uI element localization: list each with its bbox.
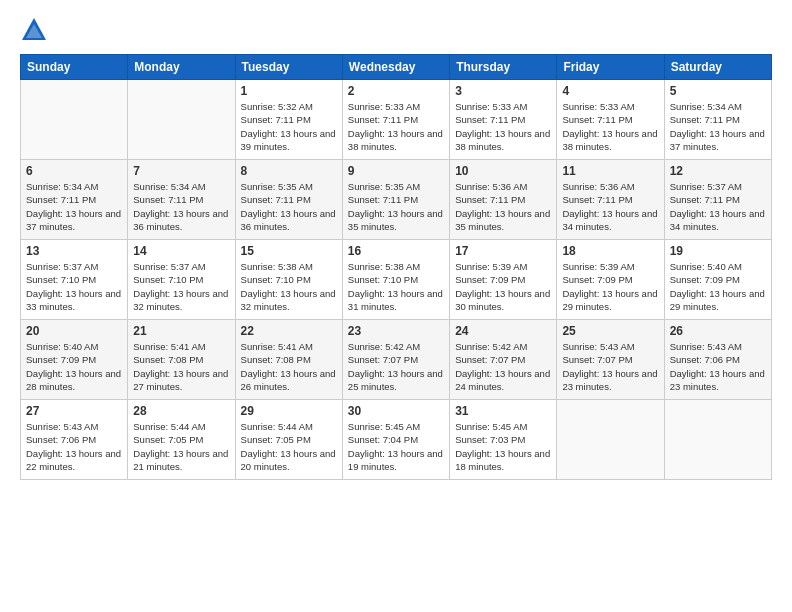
day-number: 2 — [348, 84, 444, 98]
calendar-day-25: 25Sunrise: 5:43 AM Sunset: 7:07 PM Dayli… — [557, 320, 664, 400]
day-info: Sunrise: 5:44 AM Sunset: 7:05 PM Dayligh… — [241, 420, 337, 473]
day-number: 15 — [241, 244, 337, 258]
day-info: Sunrise: 5:35 AM Sunset: 7:11 PM Dayligh… — [348, 180, 444, 233]
day-number: 4 — [562, 84, 658, 98]
calendar-day-21: 21Sunrise: 5:41 AM Sunset: 7:08 PM Dayli… — [128, 320, 235, 400]
weekday-header-wednesday: Wednesday — [342, 55, 449, 80]
day-number: 17 — [455, 244, 551, 258]
day-info: Sunrise: 5:34 AM Sunset: 7:11 PM Dayligh… — [26, 180, 122, 233]
calendar-day-18: 18Sunrise: 5:39 AM Sunset: 7:09 PM Dayli… — [557, 240, 664, 320]
day-info: Sunrise: 5:38 AM Sunset: 7:10 PM Dayligh… — [348, 260, 444, 313]
calendar-week-4: 20Sunrise: 5:40 AM Sunset: 7:09 PM Dayli… — [21, 320, 772, 400]
day-info: Sunrise: 5:37 AM Sunset: 7:11 PM Dayligh… — [670, 180, 766, 233]
calendar-day-4: 4Sunrise: 5:33 AM Sunset: 7:11 PM Daylig… — [557, 80, 664, 160]
page-header — [20, 16, 772, 44]
day-number: 20 — [26, 324, 122, 338]
calendar-day-30: 30Sunrise: 5:45 AM Sunset: 7:04 PM Dayli… — [342, 400, 449, 480]
day-info: Sunrise: 5:39 AM Sunset: 7:09 PM Dayligh… — [562, 260, 658, 313]
day-number: 3 — [455, 84, 551, 98]
calendar-day-29: 29Sunrise: 5:44 AM Sunset: 7:05 PM Dayli… — [235, 400, 342, 480]
day-number: 10 — [455, 164, 551, 178]
calendar-day-27: 27Sunrise: 5:43 AM Sunset: 7:06 PM Dayli… — [21, 400, 128, 480]
day-number: 6 — [26, 164, 122, 178]
calendar-day-15: 15Sunrise: 5:38 AM Sunset: 7:10 PM Dayli… — [235, 240, 342, 320]
day-number: 9 — [348, 164, 444, 178]
calendar-day-24: 24Sunrise: 5:42 AM Sunset: 7:07 PM Dayli… — [450, 320, 557, 400]
day-number: 8 — [241, 164, 337, 178]
calendar-day-22: 22Sunrise: 5:41 AM Sunset: 7:08 PM Dayli… — [235, 320, 342, 400]
day-number: 21 — [133, 324, 229, 338]
calendar-day-13: 13Sunrise: 5:37 AM Sunset: 7:10 PM Dayli… — [21, 240, 128, 320]
day-info: Sunrise: 5:33 AM Sunset: 7:11 PM Dayligh… — [562, 100, 658, 153]
day-info: Sunrise: 5:40 AM Sunset: 7:09 PM Dayligh… — [670, 260, 766, 313]
logo-icon — [20, 16, 48, 44]
calendar-day-28: 28Sunrise: 5:44 AM Sunset: 7:05 PM Dayli… — [128, 400, 235, 480]
day-number: 14 — [133, 244, 229, 258]
empty-cell — [664, 400, 771, 480]
day-number: 16 — [348, 244, 444, 258]
calendar-day-14: 14Sunrise: 5:37 AM Sunset: 7:10 PM Dayli… — [128, 240, 235, 320]
calendar-week-1: 1Sunrise: 5:32 AM Sunset: 7:11 PM Daylig… — [21, 80, 772, 160]
day-number: 30 — [348, 404, 444, 418]
day-number: 18 — [562, 244, 658, 258]
day-number: 22 — [241, 324, 337, 338]
day-info: Sunrise: 5:35 AM Sunset: 7:11 PM Dayligh… — [241, 180, 337, 233]
day-number: 19 — [670, 244, 766, 258]
day-info: Sunrise: 5:32 AM Sunset: 7:11 PM Dayligh… — [241, 100, 337, 153]
day-info: Sunrise: 5:37 AM Sunset: 7:10 PM Dayligh… — [133, 260, 229, 313]
empty-cell — [21, 80, 128, 160]
weekday-header-row: SundayMondayTuesdayWednesdayThursdayFrid… — [21, 55, 772, 80]
day-info: Sunrise: 5:36 AM Sunset: 7:11 PM Dayligh… — [455, 180, 551, 233]
day-number: 28 — [133, 404, 229, 418]
calendar-day-17: 17Sunrise: 5:39 AM Sunset: 7:09 PM Dayli… — [450, 240, 557, 320]
calendar-day-6: 6Sunrise: 5:34 AM Sunset: 7:11 PM Daylig… — [21, 160, 128, 240]
day-number: 5 — [670, 84, 766, 98]
day-number: 11 — [562, 164, 658, 178]
weekday-header-monday: Monday — [128, 55, 235, 80]
calendar-week-5: 27Sunrise: 5:43 AM Sunset: 7:06 PM Dayli… — [21, 400, 772, 480]
calendar-day-16: 16Sunrise: 5:38 AM Sunset: 7:10 PM Dayli… — [342, 240, 449, 320]
day-number: 24 — [455, 324, 551, 338]
calendar-day-2: 2Sunrise: 5:33 AM Sunset: 7:11 PM Daylig… — [342, 80, 449, 160]
weekday-header-tuesday: Tuesday — [235, 55, 342, 80]
empty-cell — [128, 80, 235, 160]
calendar-day-10: 10Sunrise: 5:36 AM Sunset: 7:11 PM Dayli… — [450, 160, 557, 240]
day-info: Sunrise: 5:45 AM Sunset: 7:03 PM Dayligh… — [455, 420, 551, 473]
calendar-day-3: 3Sunrise: 5:33 AM Sunset: 7:11 PM Daylig… — [450, 80, 557, 160]
day-info: Sunrise: 5:42 AM Sunset: 7:07 PM Dayligh… — [348, 340, 444, 393]
day-info: Sunrise: 5:39 AM Sunset: 7:09 PM Dayligh… — [455, 260, 551, 313]
calendar-day-11: 11Sunrise: 5:36 AM Sunset: 7:11 PM Dayli… — [557, 160, 664, 240]
day-number: 1 — [241, 84, 337, 98]
calendar-day-1: 1Sunrise: 5:32 AM Sunset: 7:11 PM Daylig… — [235, 80, 342, 160]
day-number: 25 — [562, 324, 658, 338]
day-number: 23 — [348, 324, 444, 338]
day-number: 27 — [26, 404, 122, 418]
calendar-day-9: 9Sunrise: 5:35 AM Sunset: 7:11 PM Daylig… — [342, 160, 449, 240]
day-info: Sunrise: 5:34 AM Sunset: 7:11 PM Dayligh… — [670, 100, 766, 153]
calendar-day-31: 31Sunrise: 5:45 AM Sunset: 7:03 PM Dayli… — [450, 400, 557, 480]
day-number: 26 — [670, 324, 766, 338]
day-number: 13 — [26, 244, 122, 258]
day-info: Sunrise: 5:33 AM Sunset: 7:11 PM Dayligh… — [348, 100, 444, 153]
day-info: Sunrise: 5:43 AM Sunset: 7:06 PM Dayligh… — [26, 420, 122, 473]
day-info: Sunrise: 5:34 AM Sunset: 7:11 PM Dayligh… — [133, 180, 229, 233]
day-info: Sunrise: 5:43 AM Sunset: 7:07 PM Dayligh… — [562, 340, 658, 393]
day-info: Sunrise: 5:44 AM Sunset: 7:05 PM Dayligh… — [133, 420, 229, 473]
calendar-table: SundayMondayTuesdayWednesdayThursdayFrid… — [20, 54, 772, 480]
weekday-header-saturday: Saturday — [664, 55, 771, 80]
weekday-header-thursday: Thursday — [450, 55, 557, 80]
empty-cell — [557, 400, 664, 480]
calendar-day-26: 26Sunrise: 5:43 AM Sunset: 7:06 PM Dayli… — [664, 320, 771, 400]
calendar-day-12: 12Sunrise: 5:37 AM Sunset: 7:11 PM Dayli… — [664, 160, 771, 240]
logo — [20, 16, 52, 44]
calendar-day-5: 5Sunrise: 5:34 AM Sunset: 7:11 PM Daylig… — [664, 80, 771, 160]
day-info: Sunrise: 5:43 AM Sunset: 7:06 PM Dayligh… — [670, 340, 766, 393]
day-info: Sunrise: 5:41 AM Sunset: 7:08 PM Dayligh… — [241, 340, 337, 393]
day-info: Sunrise: 5:40 AM Sunset: 7:09 PM Dayligh… — [26, 340, 122, 393]
day-info: Sunrise: 5:33 AM Sunset: 7:11 PM Dayligh… — [455, 100, 551, 153]
calendar-week-3: 13Sunrise: 5:37 AM Sunset: 7:10 PM Dayli… — [21, 240, 772, 320]
day-number: 29 — [241, 404, 337, 418]
day-info: Sunrise: 5:42 AM Sunset: 7:07 PM Dayligh… — [455, 340, 551, 393]
calendar-day-23: 23Sunrise: 5:42 AM Sunset: 7:07 PM Dayli… — [342, 320, 449, 400]
day-info: Sunrise: 5:38 AM Sunset: 7:10 PM Dayligh… — [241, 260, 337, 313]
